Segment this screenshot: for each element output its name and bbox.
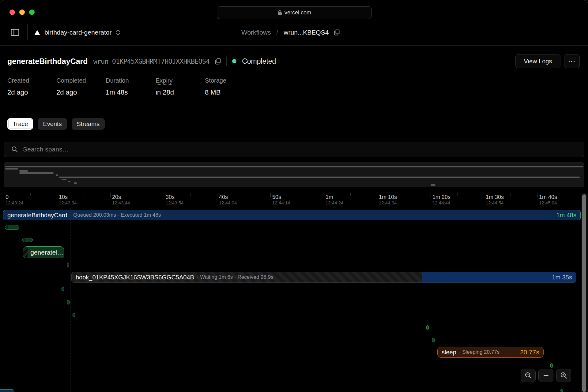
tab-events[interactable]: Events [38, 118, 67, 130]
run-id: wrun_01KP45XGBHRMT7HQJXXHKBEQS4 [93, 58, 210, 65]
lock-icon [277, 10, 282, 15]
span-instant-marker-7[interactable] [560, 389, 563, 392]
span-instant-marker-5[interactable] [432, 338, 435, 342]
tab-trace[interactable]: Trace [7, 118, 33, 130]
copy-run-id-icon[interactable] [334, 29, 340, 35]
view-logs-button[interactable]: View Logs [515, 54, 560, 68]
project-selector[interactable]: birthday-card-generator [34, 24, 121, 41]
minimap-bar-9 [431, 184, 435, 186]
breadcrumb-run-id: wrun...KBEQS4 [284, 29, 329, 36]
ruler-minor-tick [137, 193, 137, 196]
meta-label: Created [7, 77, 56, 84]
tick-time: 20s [112, 194, 130, 200]
search-bar[interactable] [4, 142, 584, 157]
ruler-minor-tick [244, 193, 244, 196]
sidebar-toggle-button[interactable] [11, 29, 19, 36]
meta-col-expiry: Expiryin 28d [156, 77, 205, 96]
ruler-tick [324, 193, 324, 197]
run-metadata: Created2d agoCompleted2d agoDuration1m 4… [7, 77, 254, 96]
minimap-bar-1 [5, 168, 18, 170]
more-actions-button[interactable]: ⋯ [564, 54, 580, 68]
zoom-out-button[interactable] [521, 369, 536, 382]
span-hook[interactable]: hook_01KP45XGJK16SW3BS6GGC5A04B · Waitin… [71, 272, 576, 283]
tick-timestamp: 12:44:44 [432, 200, 450, 206]
span-step-pill-0[interactable] [5, 225, 19, 230]
ruler-tick [110, 193, 111, 197]
header-divider [27, 24, 28, 40]
ruler-minor-tick [404, 193, 404, 196]
tick-time: 1m 20s [432, 194, 450, 200]
scrollbar-thumb[interactable] [582, 194, 586, 392]
tick-timestamp: 12:44:34 [379, 200, 397, 206]
ruler-minor-tick [350, 193, 351, 196]
span-instant-marker-1[interactable] [62, 287, 64, 291]
span-root-duration: 1m 48s [556, 212, 576, 219]
meta-label: Storage [205, 77, 254, 84]
header-bottom-divider [0, 45, 588, 46]
tick-time: 0 [6, 194, 23, 200]
meta-label: Completed [56, 77, 106, 84]
meta-label: Expiry [156, 77, 205, 84]
tick-timestamp: 12:43:44 [112, 200, 130, 206]
tab-streams[interactable]: Streams [72, 118, 105, 130]
span-root[interactable]: generateBirthdayCard · Queued 200.03ms ·… [3, 210, 581, 220]
timeline-ruler: 012:43:2410s12:43:3420s12:43:4430s12:43:… [0, 193, 588, 208]
zoom-controls [521, 369, 571, 382]
minimap-bar-2 [19, 170, 28, 172]
span-step-pill-1[interactable] [22, 238, 33, 242]
browser-window: vercel.com birthday-card-generator Workf… [0, 0, 588, 392]
minimap-bar-8 [74, 182, 77, 184]
ruler-minor-tick [457, 193, 458, 196]
tick-timestamp: 12:44:14 [272, 200, 290, 206]
ruler-tick [217, 193, 217, 197]
url-bar[interactable]: vercel.com [217, 6, 372, 19]
span-instant-marker-0[interactable] [67, 263, 69, 267]
ruler-tick [431, 193, 431, 197]
project-name: birthday-card-generator [44, 29, 111, 36]
ruler-tick [164, 193, 164, 197]
tick-time: 10s [59, 194, 77, 200]
search-input[interactable] [22, 145, 581, 153]
tick-timestamp: 12:43:54 [166, 200, 183, 206]
span-queued-stripes [23, 247, 28, 258]
zoom-in-button[interactable] [556, 369, 571, 382]
span-instant-marker-2[interactable] [67, 300, 70, 304]
ruler-tick-label: 20s12:43:44 [112, 194, 130, 206]
ruler-minor-tick [190, 193, 191, 196]
minimize-window-button[interactable] [19, 9, 25, 15]
tick-time: 1m 30s [486, 194, 504, 200]
close-window-button[interactable] [9, 9, 15, 15]
span-sleep[interactable]: sleep · Sleeping 20.77s 20.77s [437, 347, 544, 358]
ruler-tick-label: 1m12:44:24 [326, 194, 343, 206]
ruler-minor-tick [511, 193, 511, 196]
span-instant-marker-4[interactable] [426, 325, 429, 330]
ruler-tick-label: 012:43:24 [6, 194, 23, 206]
url-text: vercel.com [285, 9, 311, 16]
copy-run-id-button[interactable] [215, 58, 221, 65]
span-instant-marker-6[interactable] [550, 363, 553, 368]
ruler-tick [270, 193, 271, 197]
span-instant-marker-3[interactable] [73, 313, 75, 317]
vercel-triangle-icon [34, 30, 40, 35]
span-sleep-duration: 20.77s [520, 349, 539, 356]
status-label: Completed [242, 57, 276, 65]
span-sleep-name: sleep [442, 349, 456, 356]
trace-minimap[interactable] [4, 162, 584, 187]
tab-bar: TraceEventsStreams [7, 118, 105, 130]
tick-timestamp: 12:44:24 [326, 200, 343, 206]
trace-guide-0 [70, 208, 70, 392]
zoom-reset-button[interactable] [538, 369, 553, 382]
meta-value: 1m 48s [106, 88, 156, 96]
span-generate-image[interactable]: generateI… [23, 246, 64, 258]
tick-time: 1m 10s [379, 194, 397, 200]
ruler-tick-label: 30s12:43:54 [166, 194, 183, 206]
meta-col-completed: Completed2d ago [56, 77, 106, 96]
tick-time: 50s [272, 194, 290, 200]
ruler-tick-label: 1m 30s12:44:54 [486, 194, 504, 206]
breadcrumb-workflows-link[interactable]: Workflows [241, 29, 271, 36]
span-root-name: generateBirthdayCard [7, 212, 67, 219]
minimap-bar-0 [5, 166, 583, 167]
tick-timestamp: 12:43:34 [59, 200, 77, 206]
tick-time: 1m [326, 194, 343, 200]
zoom-window-button[interactable] [29, 9, 35, 15]
